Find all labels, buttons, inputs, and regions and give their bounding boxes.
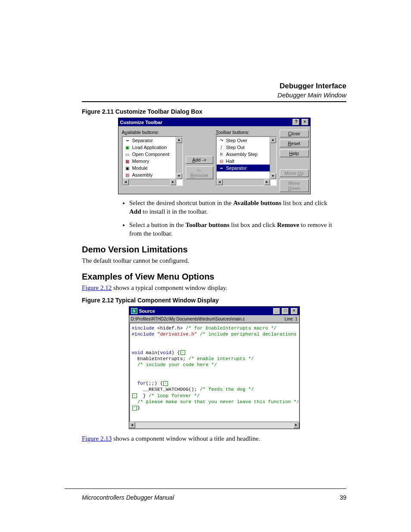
list-item[interactable]: Halt bbox=[226, 159, 235, 164]
move-up-button[interactable]: Move Up bbox=[280, 169, 309, 177]
move-down-button[interactable]: Move Down bbox=[280, 179, 309, 192]
source-titlebar[interactable]: S Source _ □ × bbox=[129, 307, 299, 315]
list-item[interactable]: Load Application bbox=[132, 145, 167, 150]
list-item[interactable]: Separator bbox=[132, 138, 153, 143]
header-subtitle: Debugger Main Window bbox=[82, 91, 346, 99]
fold-marker-icon[interactable]: − bbox=[163, 381, 168, 386]
reset-button[interactable]: Reset bbox=[280, 140, 309, 147]
scroll-right-icon[interactable]: ► bbox=[264, 179, 270, 185]
scroll-left-icon[interactable]: ◄ bbox=[217, 179, 223, 185]
list-item[interactable]: Module bbox=[132, 165, 148, 171]
source-path: D:\Profiles\RTHD2c\My Documents\thirdrun… bbox=[131, 317, 245, 321]
separator-icon: ━ bbox=[218, 165, 225, 171]
section-heading-examples: Examples of View Menu Options bbox=[82, 272, 346, 282]
memory-icon: ▦ bbox=[124, 158, 131, 164]
scroll-left-icon[interactable]: ◄ bbox=[129, 422, 135, 428]
scroll-right-icon[interactable]: ► bbox=[170, 179, 176, 185]
list-item[interactable]: Step Out bbox=[226, 145, 245, 150]
bullet-item: Select the desired shortcut button in th… bbox=[129, 199, 338, 216]
maximize-icon[interactable]: □ bbox=[282, 308, 289, 314]
scroll-down-icon[interactable]: ▼ bbox=[270, 173, 276, 179]
source-window: S Source _ □ × D:\Profiles\RTHD2c\My Doc… bbox=[129, 306, 300, 429]
figure-link[interactable]: Figure 2.13 bbox=[82, 435, 112, 442]
fold-marker-icon[interactable]: − bbox=[132, 393, 137, 398]
fold-marker-icon[interactable]: − bbox=[181, 350, 185, 355]
close-button[interactable]: Close bbox=[280, 130, 309, 137]
scroll-up-icon[interactable]: ▲ bbox=[176, 137, 182, 143]
list-item[interactable]: Separator bbox=[226, 165, 247, 171]
header-title: Debugger Interface bbox=[82, 82, 346, 90]
horizontal-scrollbar[interactable]: ◄ ► bbox=[129, 422, 299, 429]
scroll-down-icon[interactable]: ▼ bbox=[176, 173, 182, 179]
footer-left: Microcontrollers Debugger Manual bbox=[82, 494, 174, 501]
load-app-icon: ▣ bbox=[124, 144, 131, 150]
source-line: Line: 1 bbox=[284, 317, 297, 321]
close-icon[interactable]: × bbox=[291, 308, 298, 314]
dialog-title-text: Customize Toolbar bbox=[120, 120, 162, 125]
help-icon[interactable]: ? bbox=[293, 119, 299, 125]
source-title-text: Source bbox=[139, 308, 155, 314]
assembly-step-icon: ⎘ bbox=[218, 151, 225, 157]
figure-link[interactable]: Figure 2.12 bbox=[82, 284, 112, 291]
minimize-icon[interactable]: _ bbox=[273, 308, 280, 314]
instruction-list: Select the desired shortcut button in th… bbox=[129, 199, 346, 238]
toolbar-label: Toolbar buttons: bbox=[216, 130, 277, 135]
customize-toolbar-dialog: Customize Toolbar ? × Available buttons:… bbox=[118, 118, 311, 194]
page-number: 39 bbox=[339, 494, 346, 501]
scroll-right-icon[interactable]: ► bbox=[293, 422, 299, 428]
step-out-icon: ⤴ bbox=[218, 144, 225, 150]
toolbar-listbox[interactable]: ↷Step Over ⤴Step Out ⎘Assembly Step ⊟Hal… bbox=[216, 136, 277, 186]
body-text: The default toolbar cannot be configured… bbox=[82, 256, 346, 265]
remove-button[interactable]: <- Remove bbox=[186, 166, 213, 179]
assembly-icon: ▤ bbox=[124, 172, 131, 178]
scroll-left-icon[interactable]: ◄ bbox=[123, 179, 129, 185]
body-text: Figure 2.12 shows a typical component wi… bbox=[82, 283, 346, 292]
section-heading-demo: Demo Version Limitations bbox=[82, 245, 346, 255]
figure-caption-2: Figure 2.12 Typical Component Window Dis… bbox=[82, 297, 346, 304]
list-item[interactable]: Open Component bbox=[132, 152, 170, 157]
source-code[interactable]: #include <hidef.h> /* for EnableInterrup… bbox=[129, 323, 299, 422]
scroll-up-icon[interactable]: ▲ bbox=[270, 137, 276, 143]
step-over-icon: ↷ bbox=[218, 137, 225, 143]
footer-rule bbox=[65, 488, 346, 489]
bullet-item: Select a button in the Toolbar buttons l… bbox=[129, 221, 338, 238]
available-listbox[interactable]: ━Separator ▣Load Application ▭Open Compo… bbox=[122, 136, 183, 186]
list-item[interactable]: Step Over bbox=[226, 138, 248, 143]
list-item[interactable]: Assembly Step bbox=[226, 152, 258, 157]
open-component-icon: ▭ bbox=[124, 151, 131, 157]
halt-icon: ⊟ bbox=[218, 158, 225, 164]
help-button[interactable]: Help bbox=[280, 149, 309, 157]
body-text: Figure 2.13 shows a component window wit… bbox=[82, 434, 346, 443]
figure-caption-1: Figure 2.11 Customize Toolbar Dialog Box bbox=[82, 108, 346, 115]
fold-marker-icon[interactable]: − bbox=[132, 406, 137, 411]
available-label: Available buttons: bbox=[122, 130, 183, 135]
list-item[interactable]: Memory bbox=[132, 159, 149, 164]
list-item[interactable]: Assembly bbox=[132, 172, 153, 177]
close-icon[interactable]: × bbox=[302, 119, 308, 125]
module-icon: ▣ bbox=[124, 165, 131, 171]
header-rule bbox=[82, 101, 346, 102]
add-button[interactable]: Add -> bbox=[186, 156, 213, 164]
source-icon: S bbox=[131, 308, 137, 314]
separator-icon: ━ bbox=[124, 137, 131, 143]
dialog-titlebar[interactable]: Customize Toolbar ? × bbox=[118, 118, 310, 126]
